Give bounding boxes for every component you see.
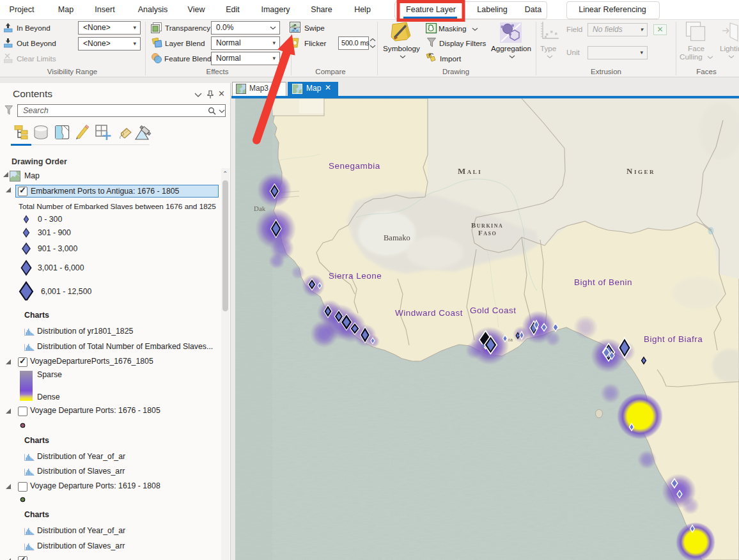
svg-text:ra: ra <box>508 336 513 343</box>
